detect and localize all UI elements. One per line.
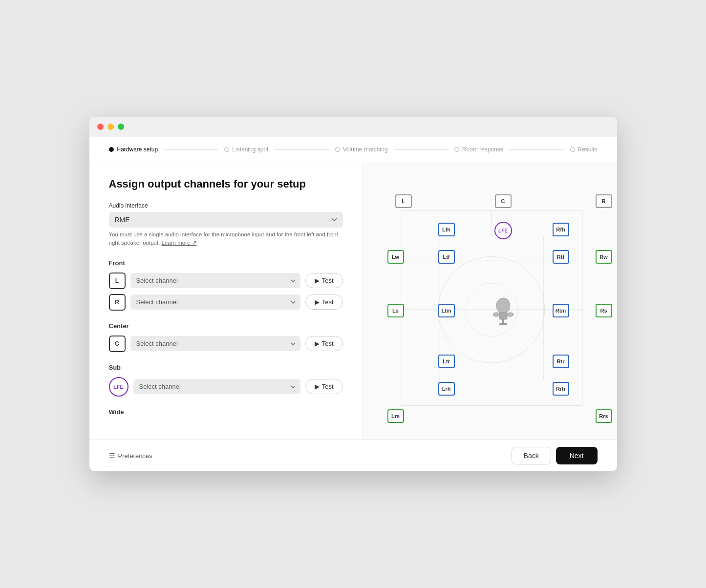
step-label-hardware: Hardware setup <box>117 146 158 153</box>
footer-actions: Back Next <box>512 447 598 464</box>
close-button[interactable] <box>97 124 104 130</box>
badge-LFE: LFE <box>109 377 128 397</box>
node-Lrs: Lrs <box>387 409 404 423</box>
audio-interface-label: Audio interface <box>109 202 343 209</box>
prefs-icon: ☰ <box>109 452 115 460</box>
node-Lfh: Lfh <box>438 223 455 236</box>
node-C: C <box>495 194 512 208</box>
node-Rw: Rw <box>596 250 612 264</box>
step-line-3 <box>394 149 449 150</box>
node-LFE-diagram: LFE <box>494 222 512 239</box>
svg-point-14 <box>507 313 513 316</box>
right-panel: L C R Lfh LFE Rfh Lw Ltf Rtf Rw <box>363 162 617 440</box>
svg-rect-16 <box>499 323 507 325</box>
badge-C: C <box>109 336 126 352</box>
audio-interface-select[interactable]: RME <box>109 212 343 228</box>
play-icon-R: ▶ <box>315 298 320 306</box>
play-icon-L: ▶ <box>315 277 320 284</box>
svg-point-11 <box>496 298 510 314</box>
step-dot-results <box>570 147 575 152</box>
footer: ☰ Preferences Back Next <box>89 440 617 471</box>
test-button-L[interactable]: ▶ Test <box>305 273 343 288</box>
page-heading: Assign output channels for your setup <box>109 178 343 190</box>
badge-L: L <box>109 273 126 289</box>
test-button-C[interactable]: ▶ Test <box>305 336 343 351</box>
step-label-listening: Listening spot <box>232 146 268 153</box>
titlebar <box>89 117 617 137</box>
node-Rtr: Rtr <box>553 355 569 368</box>
step-room[interactable]: Room response <box>454 146 504 153</box>
node-Rs: Rs <box>596 304 612 317</box>
stepper-bar: Hardware setup Listening spot Volume mat… <box>89 137 617 162</box>
section-sub: Sub <box>109 364 343 371</box>
channel-select-C[interactable]: Select channel <box>130 336 300 351</box>
section-front: Front <box>109 259 343 267</box>
node-Ltf: Ltf <box>438 250 455 264</box>
speaker-diagram: L C R Lfh LFE Rfh Lw Ltf Rtf Rw <box>375 174 605 428</box>
learn-more-link[interactable]: Learn more ↗ <box>162 240 197 246</box>
step-line-4 <box>509 149 564 150</box>
node-Rtm: Rtm <box>553 304 569 317</box>
node-Rtf: Rtf <box>553 250 569 264</box>
channel-select-R[interactable]: Select channel <box>130 294 300 310</box>
step-hardware[interactable]: Hardware setup <box>109 146 158 153</box>
step-dot-hardware <box>109 147 114 152</box>
node-Rfh: Rfh <box>553 223 569 236</box>
section-wide: Wide <box>109 408 343 416</box>
step-label-results: Results <box>578 146 598 153</box>
step-results[interactable]: Results <box>570 146 598 153</box>
left-panel: Assign output channels for your setup Au… <box>89 162 363 440</box>
channel-select-L[interactable]: Select channel <box>130 273 300 288</box>
channel-row-LFE: LFE Select channel ▶ Test <box>109 377 343 397</box>
node-Lrh: Lrh <box>438 382 455 396</box>
main-window: Hardware setup Listening spot Volume mat… <box>89 117 617 471</box>
step-listening[interactable]: Listening spot <box>224 146 268 153</box>
node-R: R <box>596 194 612 208</box>
node-Ltr: Ltr <box>438 355 455 368</box>
channel-row-R: R Select channel ▶ Test <box>109 294 343 311</box>
test-button-R[interactable]: ▶ Test <box>305 294 343 310</box>
minimize-button[interactable] <box>107 124 114 130</box>
content-area: Assign output channels for your setup Au… <box>89 162 617 440</box>
node-Rrh: Rrh <box>553 382 569 396</box>
step-line-1 <box>164 149 218 150</box>
svg-rect-12 <box>499 313 507 319</box>
step-label-room: Room response <box>462 146 504 153</box>
badge-R: R <box>109 294 126 311</box>
play-icon-C: ▶ <box>315 340 320 347</box>
channel-row-L: L Select channel ▶ Test <box>109 273 343 289</box>
node-L: L <box>395 194 412 208</box>
back-button[interactable]: Back <box>512 447 551 464</box>
section-center: Center <box>109 322 343 330</box>
step-dot-volume <box>335 147 340 152</box>
node-Rrs: Rrs <box>596 409 612 423</box>
channel-row-C: C Select channel ▶ Test <box>109 336 343 352</box>
step-line-2 <box>274 149 329 150</box>
node-Ltm: Ltm <box>438 304 455 317</box>
step-dot-listening <box>224 147 229 152</box>
channel-select-LFE[interactable]: Select channel <box>133 379 300 394</box>
svg-point-13 <box>493 313 500 316</box>
next-button[interactable]: Next <box>556 447 598 464</box>
test-button-LFE[interactable]: ▶ Test <box>305 379 343 394</box>
play-icon-LFE: ▶ <box>315 383 320 390</box>
maximize-button[interactable] <box>118 124 124 130</box>
step-label-volume: Volume matching <box>343 146 388 153</box>
microphone-icon <box>490 297 517 324</box>
helper-text: You must use a single audio interface fo… <box>109 231 343 248</box>
preferences-button[interactable]: ☰ Preferences <box>109 452 152 460</box>
node-Ls: Ls <box>387 304 404 317</box>
node-Lw: Lw <box>387 250 404 264</box>
step-volume[interactable]: Volume matching <box>335 146 388 153</box>
step-dot-room <box>454 147 459 152</box>
